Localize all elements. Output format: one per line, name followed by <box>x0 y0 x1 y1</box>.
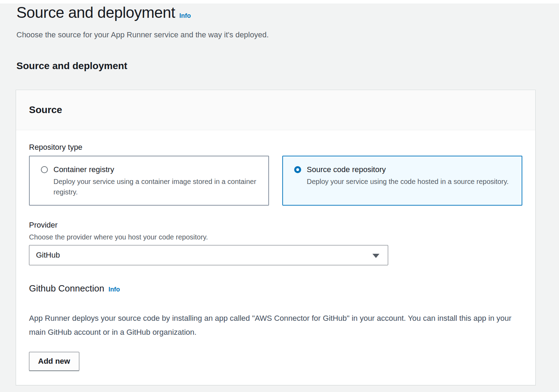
github-connection-description: App Runner deploys your source code by i… <box>29 311 515 339</box>
page-subtitle: Choose the source for your App Runner se… <box>16 30 536 40</box>
repository-type-tiles: Container registry Deploy your service u… <box>29 156 522 206</box>
radio-unselected-icon[interactable] <box>41 166 48 173</box>
page-title: Source and deployment <box>16 4 175 21</box>
github-connection-info-link[interactable]: Info <box>108 286 120 293</box>
source-panel-body: Repository type Container registry Deplo… <box>16 130 535 385</box>
github-connection-heading-row: Github ConnectionInfo <box>29 283 522 294</box>
tile-description: Deploy your service using the code hoste… <box>307 176 509 187</box>
repository-type-label: Repository type <box>29 142 522 152</box>
provider-block: Provider Choose the provider where you h… <box>29 220 522 265</box>
provider-select[interactable]: GitHub <box>29 245 388 265</box>
github-connection-heading: Github Connection <box>29 283 104 294</box>
add-new-button[interactable]: Add new <box>29 352 79 371</box>
tile-description: Deploy your service using a container im… <box>53 176 259 197</box>
tile-title: Source code repository <box>307 164 509 175</box>
tile-text: Container registry Deploy your service u… <box>53 164 259 197</box>
tile-source-code-repository[interactable]: Source code repository Deploy your servi… <box>282 156 522 206</box>
tile-title: Container registry <box>53 164 259 175</box>
provider-label: Provider <box>29 220 522 230</box>
page-header: Source and deploymentInfo Choose the sou… <box>16 3 536 40</box>
caret-down-icon <box>372 254 379 258</box>
radio-selected-icon[interactable] <box>294 166 301 173</box>
main-content: Source and deploymentInfo Choose the sou… <box>0 3 559 385</box>
source-panel-title: Source <box>29 104 522 116</box>
provider-select-value: GitHub <box>36 251 60 260</box>
top-bar <box>0 0 559 3</box>
provider-help: Choose the provider where you host your … <box>29 232 522 242</box>
source-panel: Source Repository type Container registr… <box>16 90 536 385</box>
source-panel-header: Source <box>16 90 535 130</box>
section-heading: Source and deployment <box>16 60 536 72</box>
page-title-info-link[interactable]: Info <box>179 12 191 19</box>
tile-container-registry[interactable]: Container registry Deploy your service u… <box>29 156 269 206</box>
tile-text: Source code repository Deploy your servi… <box>307 164 509 187</box>
